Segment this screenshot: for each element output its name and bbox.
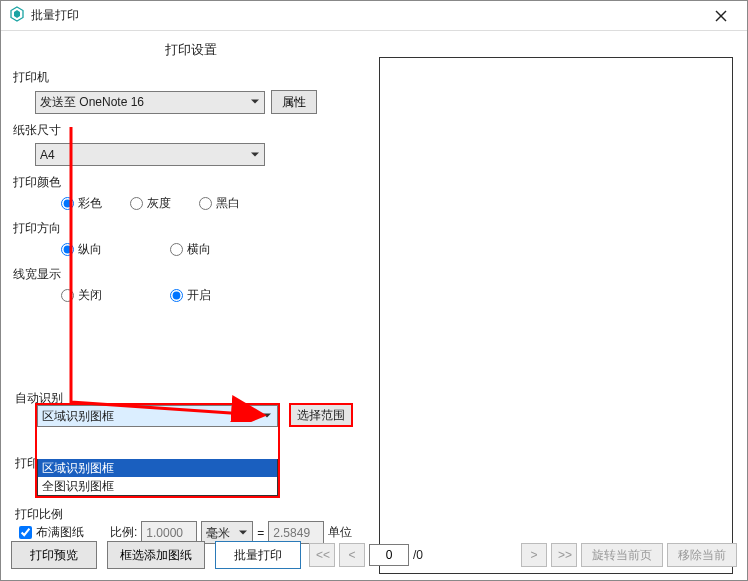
ratio-equals: = <box>257 526 264 540</box>
paper-size-select[interactable]: A4 <box>35 143 265 166</box>
color-radio-bw[interactable]: 黑白 <box>199 195 240 212</box>
close-button[interactable] <box>701 3 741 29</box>
pager-page-input[interactable] <box>369 544 409 566</box>
auto-detect-dropdown: 区域识别图框 全图识别图框 <box>37 459 278 496</box>
auto-detect-option-0[interactable]: 区域识别图框 <box>38 459 277 477</box>
ratio-result-unit: 单位 <box>328 524 352 541</box>
batch-print-button[interactable]: 批量打印 <box>215 541 301 569</box>
color-radio-full[interactable]: 彩色 <box>61 195 102 212</box>
box-add-sheet-button[interactable]: 框选添加图纸 <box>107 541 205 569</box>
color-label: 打印颜色 <box>11 170 371 193</box>
pager-prev-button[interactable]: < <box>339 543 365 567</box>
print-preview-button[interactable]: 打印预览 <box>11 541 97 569</box>
orient-label: 打印方向 <box>11 216 371 239</box>
app-icon <box>9 6 25 25</box>
print-preview-area <box>379 57 733 574</box>
pager-next-button[interactable]: > <box>521 543 547 567</box>
linewidth-radio-off[interactable]: 关闭 <box>61 287 102 304</box>
paper-label: 纸张尺寸 <box>11 118 371 141</box>
window-title: 批量打印 <box>31 7 79 24</box>
svg-marker-1 <box>14 10 20 18</box>
printer-properties-button[interactable]: 属性 <box>271 90 317 114</box>
orient-radio-portrait[interactable]: 纵向 <box>61 241 102 258</box>
color-radio-gray[interactable]: 灰度 <box>130 195 171 212</box>
pager-last-button[interactable]: >> <box>551 543 577 567</box>
select-range-button[interactable]: 选择范围 <box>289 403 353 427</box>
auto-detect-combo[interactable]: 区域识别图框 区域识别图框 全图识别图框 <box>35 403 280 498</box>
printer-select[interactable]: 发送至 OneNote 16 <box>35 91 265 114</box>
ratio-text-label: 比例: <box>110 524 137 541</box>
settings-header: 打印设置 <box>11 37 371 65</box>
printer-label: 打印机 <box>11 65 371 88</box>
fill-paper-checkbox[interactable]: 布满图纸 <box>19 524 84 541</box>
close-icon <box>715 10 727 22</box>
remove-page-button[interactable]: 移除当前 <box>667 543 737 567</box>
auto-detect-selected[interactable]: 区域识别图框 <box>37 405 278 427</box>
linewidth-label: 线宽显示 <box>11 262 371 285</box>
linewidth-radio-on[interactable]: 开启 <box>170 287 211 304</box>
rotate-page-button[interactable]: 旋转当前页 <box>581 543 663 567</box>
auto-detect-option-1[interactable]: 全图识别图框 <box>38 477 277 495</box>
pager-first-button[interactable]: << <box>309 543 335 567</box>
orient-radio-landscape[interactable]: 横向 <box>170 241 211 258</box>
pager-total: /0 <box>413 548 423 562</box>
